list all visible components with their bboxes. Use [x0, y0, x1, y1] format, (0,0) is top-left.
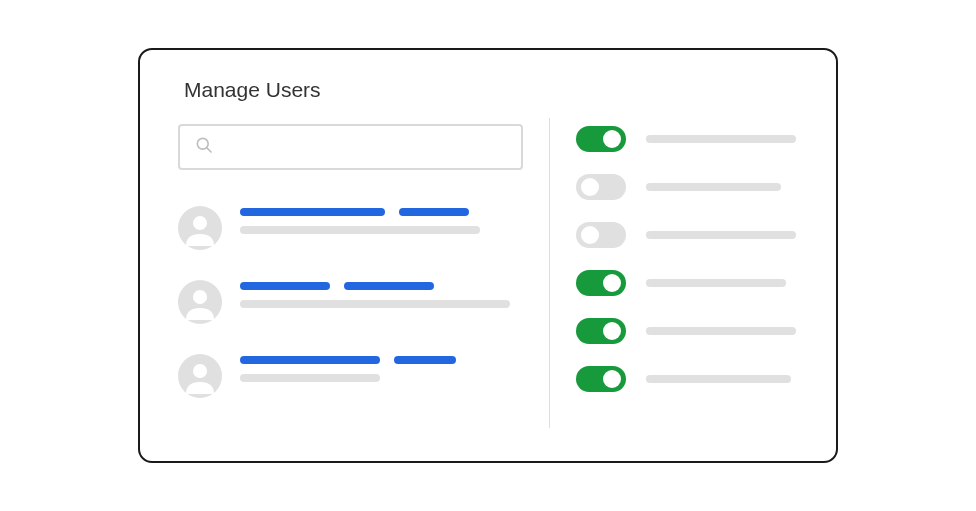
permission-label-placeholder	[646, 279, 786, 287]
avatar-icon	[178, 280, 222, 324]
user-secondary-placeholder	[240, 226, 480, 234]
permission-toggle[interactable]	[576, 174, 626, 200]
avatar-icon	[178, 354, 222, 398]
column-divider	[549, 118, 550, 428]
permission-label-placeholder	[646, 183, 781, 191]
user-secondary-placeholder	[240, 374, 380, 382]
permission-toggle[interactable]	[576, 366, 626, 392]
user-name-placeholder	[344, 282, 434, 290]
svg-point-5	[193, 290, 207, 304]
user-row[interactable]	[178, 354, 523, 398]
permission-row	[576, 318, 798, 344]
permission-row	[576, 126, 798, 152]
permission-toggle[interactable]	[576, 126, 626, 152]
user-content	[240, 280, 523, 308]
user-content	[240, 206, 523, 234]
permission-row	[576, 174, 798, 200]
user-row[interactable]	[178, 206, 523, 250]
user-name-line	[240, 282, 523, 290]
permission-label-placeholder	[646, 135, 796, 143]
svg-point-3	[193, 216, 207, 230]
search-icon	[194, 135, 214, 159]
permission-row	[576, 270, 798, 296]
user-name-line	[240, 356, 523, 364]
permission-toggle[interactable]	[576, 318, 626, 344]
user-name-placeholder	[240, 282, 330, 290]
user-content	[240, 354, 523, 382]
permission-label-placeholder	[646, 375, 791, 383]
user-list	[178, 206, 523, 398]
permission-label-placeholder	[646, 231, 796, 239]
users-column	[178, 124, 523, 428]
user-name-placeholder	[399, 208, 469, 216]
page-title: Manage Users	[178, 78, 798, 102]
search-input[interactable]	[178, 124, 523, 170]
toggle-list	[576, 126, 798, 392]
svg-line-1	[207, 148, 212, 153]
panel-body	[178, 124, 798, 428]
permission-row	[576, 366, 798, 392]
avatar-icon	[178, 206, 222, 250]
permission-label-placeholder	[646, 327, 796, 335]
svg-point-7	[193, 364, 207, 378]
permission-toggle[interactable]	[576, 270, 626, 296]
user-row[interactable]	[178, 280, 523, 324]
user-name-line	[240, 208, 523, 216]
svg-point-0	[197, 138, 208, 149]
permission-toggle[interactable]	[576, 222, 626, 248]
manage-users-panel: Manage Users	[138, 48, 838, 463]
user-name-placeholder	[394, 356, 456, 364]
user-name-placeholder	[240, 356, 380, 364]
user-secondary-placeholder	[240, 300, 510, 308]
toggles-column	[576, 124, 798, 428]
permission-row	[576, 222, 798, 248]
user-name-placeholder	[240, 208, 385, 216]
